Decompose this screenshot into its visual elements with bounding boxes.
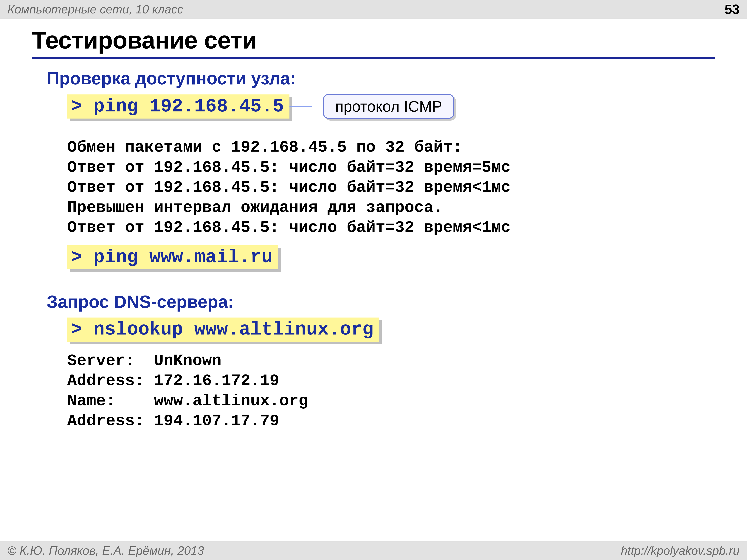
- nslookup-output: Server: UnKnown Address: 172.16.172.19 N…: [67, 351, 715, 431]
- title-underline: [32, 57, 715, 59]
- command-row-nslookup: > nslookup www.altlinux.org: [47, 318, 715, 342]
- ping-output: Обмен пакетами с 192.168.45.5 по 32 байт…: [67, 137, 715, 238]
- copyright-text: © К.Ю. Поляков, Е.А. Ерёмин, 2013: [7, 544, 204, 558]
- prompt: >: [71, 247, 82, 268]
- slide-footer: © К.Ю. Поляков, Е.А. Ерёмин, 2013 http:/…: [0, 541, 747, 560]
- command-text: nslookup www.altlinux.org: [82, 319, 374, 340]
- command-row-ping-ip: > ping 192.168.45.5 протокол ICMP: [47, 94, 715, 119]
- title-block: Тестирование сети: [0, 19, 747, 54]
- prompt: >: [71, 96, 82, 117]
- command-text: ping www.mail.ru: [82, 247, 273, 268]
- section-heading-ping: Проверка доступности узла:: [47, 68, 715, 88]
- section-nslookup: Запрос DNS-сервера: > nslookup www.altli…: [0, 292, 747, 431]
- command-box-ping-host: > ping www.mail.ru: [67, 245, 278, 269]
- section-heading-dns: Запрос DNS-сервера:: [47, 292, 715, 312]
- command-row-ping-host: > ping www.mail.ru: [47, 245, 715, 269]
- slide-title: Тестирование сети: [32, 26, 747, 54]
- slide-header: Компьютерные сети, 10 класс 53: [0, 0, 747, 19]
- page-number: 53: [725, 2, 740, 17]
- command-box-nslookup: > nslookup www.altlinux.org: [67, 318, 379, 342]
- command-box-ping-ip: > ping 192.168.45.5: [67, 95, 289, 118]
- command-text: ping 192.168.45.5: [82, 96, 284, 117]
- footer-url: http://kpolyakov.spb.ru: [621, 544, 740, 558]
- callout-connector: [289, 106, 312, 107]
- course-label: Компьютерные сети, 10 класс: [7, 2, 183, 16]
- callout-icmp: протокол ICMP: [323, 94, 454, 119]
- section-ping: Проверка доступности узла: > ping 192.16…: [0, 68, 747, 269]
- prompt: >: [71, 319, 82, 340]
